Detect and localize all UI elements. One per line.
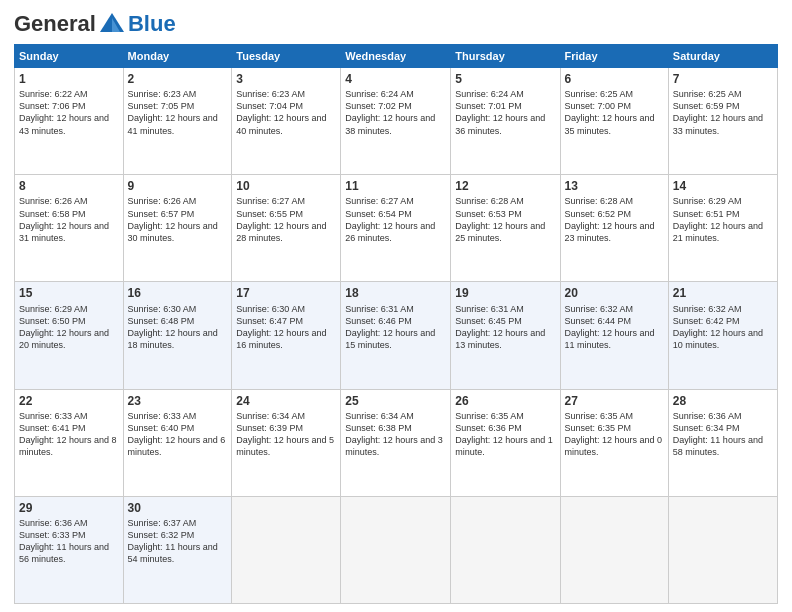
day-number: 15 xyxy=(19,285,119,301)
day-info: Sunrise: 6:33 AMSunset: 6:40 PMDaylight:… xyxy=(128,410,228,459)
calendar-cell: 23Sunrise: 6:33 AMSunset: 6:40 PMDayligh… xyxy=(123,389,232,496)
day-info: Sunrise: 6:28 AMSunset: 6:53 PMDaylight:… xyxy=(455,195,555,244)
calendar-cell: 11Sunrise: 6:27 AMSunset: 6:54 PMDayligh… xyxy=(341,175,451,282)
day-number: 1 xyxy=(19,71,119,87)
calendar-cell: 30Sunrise: 6:37 AMSunset: 6:32 PMDayligh… xyxy=(123,496,232,603)
calendar-cell: 4Sunrise: 6:24 AMSunset: 7:02 PMDaylight… xyxy=(341,68,451,175)
calendar-cell xyxy=(668,496,777,603)
calendar-cell: 21Sunrise: 6:32 AMSunset: 6:42 PMDayligh… xyxy=(668,282,777,389)
day-number: 27 xyxy=(565,393,664,409)
day-number: 14 xyxy=(673,178,773,194)
day-info: Sunrise: 6:35 AMSunset: 6:36 PMDaylight:… xyxy=(455,410,555,459)
logo-blue-text: Blue xyxy=(128,11,176,37)
day-info: Sunrise: 6:31 AMSunset: 6:46 PMDaylight:… xyxy=(345,303,446,352)
header-tuesday: Tuesday xyxy=(232,45,341,68)
day-info: Sunrise: 6:30 AMSunset: 6:47 PMDaylight:… xyxy=(236,303,336,352)
calendar-cell: 16Sunrise: 6:30 AMSunset: 6:48 PMDayligh… xyxy=(123,282,232,389)
day-info: Sunrise: 6:35 AMSunset: 6:35 PMDaylight:… xyxy=(565,410,664,459)
calendar-cell: 1Sunrise: 6:22 AMSunset: 7:06 PMDaylight… xyxy=(15,68,124,175)
calendar-cell: 8Sunrise: 6:26 AMSunset: 6:58 PMDaylight… xyxy=(15,175,124,282)
day-number: 13 xyxy=(565,178,664,194)
day-info: Sunrise: 6:29 AMSunset: 6:50 PMDaylight:… xyxy=(19,303,119,352)
calendar-cell xyxy=(341,496,451,603)
calendar-cell: 14Sunrise: 6:29 AMSunset: 6:51 PMDayligh… xyxy=(668,175,777,282)
day-info: Sunrise: 6:25 AMSunset: 6:59 PMDaylight:… xyxy=(673,88,773,137)
day-info: Sunrise: 6:23 AMSunset: 7:05 PMDaylight:… xyxy=(128,88,228,137)
day-number: 18 xyxy=(345,285,446,301)
day-info: Sunrise: 6:32 AMSunset: 6:42 PMDaylight:… xyxy=(673,303,773,352)
day-info: Sunrise: 6:31 AMSunset: 6:45 PMDaylight:… xyxy=(455,303,555,352)
calendar-cell: 19Sunrise: 6:31 AMSunset: 6:45 PMDayligh… xyxy=(451,282,560,389)
calendar-cell: 17Sunrise: 6:30 AMSunset: 6:47 PMDayligh… xyxy=(232,282,341,389)
calendar-week-row: 22Sunrise: 6:33 AMSunset: 6:41 PMDayligh… xyxy=(15,389,778,496)
day-number: 8 xyxy=(19,178,119,194)
calendar-cell: 13Sunrise: 6:28 AMSunset: 6:52 PMDayligh… xyxy=(560,175,668,282)
calendar-week-row: 1Sunrise: 6:22 AMSunset: 7:06 PMDaylight… xyxy=(15,68,778,175)
logo-icon xyxy=(98,10,126,38)
calendar-cell: 24Sunrise: 6:34 AMSunset: 6:39 PMDayligh… xyxy=(232,389,341,496)
day-number: 26 xyxy=(455,393,555,409)
day-info: Sunrise: 6:27 AMSunset: 6:55 PMDaylight:… xyxy=(236,195,336,244)
calendar-week-row: 8Sunrise: 6:26 AMSunset: 6:58 PMDaylight… xyxy=(15,175,778,282)
calendar-cell: 10Sunrise: 6:27 AMSunset: 6:55 PMDayligh… xyxy=(232,175,341,282)
header-monday: Monday xyxy=(123,45,232,68)
day-number: 11 xyxy=(345,178,446,194)
calendar-cell xyxy=(451,496,560,603)
day-number: 12 xyxy=(455,178,555,194)
header-wednesday: Wednesday xyxy=(341,45,451,68)
calendar-cell: 18Sunrise: 6:31 AMSunset: 6:46 PMDayligh… xyxy=(341,282,451,389)
day-number: 28 xyxy=(673,393,773,409)
day-number: 10 xyxy=(236,178,336,194)
calendar-cell xyxy=(560,496,668,603)
day-number: 23 xyxy=(128,393,228,409)
day-info: Sunrise: 6:22 AMSunset: 7:06 PMDaylight:… xyxy=(19,88,119,137)
day-number: 3 xyxy=(236,71,336,87)
calendar-cell: 27Sunrise: 6:35 AMSunset: 6:35 PMDayligh… xyxy=(560,389,668,496)
day-info: Sunrise: 6:36 AMSunset: 6:34 PMDaylight:… xyxy=(673,410,773,459)
logo-general-text: General xyxy=(14,11,96,37)
day-info: Sunrise: 6:37 AMSunset: 6:32 PMDaylight:… xyxy=(128,517,228,566)
day-info: Sunrise: 6:34 AMSunset: 6:38 PMDaylight:… xyxy=(345,410,446,459)
calendar-week-row: 15Sunrise: 6:29 AMSunset: 6:50 PMDayligh… xyxy=(15,282,778,389)
day-number: 22 xyxy=(19,393,119,409)
day-info: Sunrise: 6:26 AMSunset: 6:58 PMDaylight:… xyxy=(19,195,119,244)
day-info: Sunrise: 6:36 AMSunset: 6:33 PMDaylight:… xyxy=(19,517,119,566)
calendar-table: SundayMondayTuesdayWednesdayThursdayFrid… xyxy=(14,44,778,604)
calendar-cell: 9Sunrise: 6:26 AMSunset: 6:57 PMDaylight… xyxy=(123,175,232,282)
calendar-cell: 20Sunrise: 6:32 AMSunset: 6:44 PMDayligh… xyxy=(560,282,668,389)
calendar-cell: 22Sunrise: 6:33 AMSunset: 6:41 PMDayligh… xyxy=(15,389,124,496)
day-info: Sunrise: 6:28 AMSunset: 6:52 PMDaylight:… xyxy=(565,195,664,244)
day-info: Sunrise: 6:34 AMSunset: 6:39 PMDaylight:… xyxy=(236,410,336,459)
day-number: 6 xyxy=(565,71,664,87)
calendar-cell: 12Sunrise: 6:28 AMSunset: 6:53 PMDayligh… xyxy=(451,175,560,282)
day-info: Sunrise: 6:23 AMSunset: 7:04 PMDaylight:… xyxy=(236,88,336,137)
day-number: 2 xyxy=(128,71,228,87)
day-info: Sunrise: 6:27 AMSunset: 6:54 PMDaylight:… xyxy=(345,195,446,244)
header-sunday: Sunday xyxy=(15,45,124,68)
day-number: 30 xyxy=(128,500,228,516)
day-info: Sunrise: 6:24 AMSunset: 7:02 PMDaylight:… xyxy=(345,88,446,137)
day-info: Sunrise: 6:26 AMSunset: 6:57 PMDaylight:… xyxy=(128,195,228,244)
day-number: 24 xyxy=(236,393,336,409)
day-number: 25 xyxy=(345,393,446,409)
header-saturday: Saturday xyxy=(668,45,777,68)
calendar-cell: 2Sunrise: 6:23 AMSunset: 7:05 PMDaylight… xyxy=(123,68,232,175)
day-number: 19 xyxy=(455,285,555,301)
day-info: Sunrise: 6:29 AMSunset: 6:51 PMDaylight:… xyxy=(673,195,773,244)
day-number: 21 xyxy=(673,285,773,301)
calendar-cell: 7Sunrise: 6:25 AMSunset: 6:59 PMDaylight… xyxy=(668,68,777,175)
day-info: Sunrise: 6:32 AMSunset: 6:44 PMDaylight:… xyxy=(565,303,664,352)
day-number: 17 xyxy=(236,285,336,301)
calendar-cell: 25Sunrise: 6:34 AMSunset: 6:38 PMDayligh… xyxy=(341,389,451,496)
calendar-cell: 15Sunrise: 6:29 AMSunset: 6:50 PMDayligh… xyxy=(15,282,124,389)
calendar-cell: 26Sunrise: 6:35 AMSunset: 6:36 PMDayligh… xyxy=(451,389,560,496)
calendar-cell: 29Sunrise: 6:36 AMSunset: 6:33 PMDayligh… xyxy=(15,496,124,603)
calendar-cell xyxy=(232,496,341,603)
day-info: Sunrise: 6:33 AMSunset: 6:41 PMDaylight:… xyxy=(19,410,119,459)
calendar-cell: 28Sunrise: 6:36 AMSunset: 6:34 PMDayligh… xyxy=(668,389,777,496)
day-info: Sunrise: 6:25 AMSunset: 7:00 PMDaylight:… xyxy=(565,88,664,137)
day-number: 5 xyxy=(455,71,555,87)
day-number: 9 xyxy=(128,178,228,194)
day-number: 16 xyxy=(128,285,228,301)
day-number: 7 xyxy=(673,71,773,87)
